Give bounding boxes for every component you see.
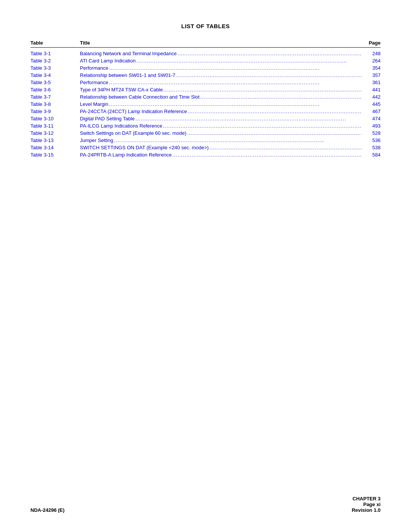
- toc-page-number: 445: [362, 101, 381, 107]
- toc-title-area: Performance ............................…: [80, 65, 362, 71]
- toc-title-text: PA-ILCG Lamp Indications Reference: [80, 123, 162, 129]
- toc-row: Table 3-7Relationship between Cable Conn…: [30, 93, 381, 101]
- toc-row: Table 3-6Type of 34PH MT24 TSW CA-x Cabl…: [30, 86, 381, 93]
- toc-page-number: 538: [362, 145, 381, 150]
- toc-page-number: 441: [362, 87, 381, 93]
- toc-title-text: Digital PAD Setting Table: [80, 116, 135, 121]
- toc-title-area: Level Margin ...........................…: [80, 101, 362, 107]
- toc-table-number[interactable]: Table 3-6: [30, 87, 80, 93]
- toc-page-number: 474: [362, 116, 381, 121]
- toc-title-area: Balancing Network and Terminal Impedance…: [80, 51, 362, 56]
- toc-table-number[interactable]: Table 3-8: [30, 101, 80, 107]
- toc-row: Table 3-14SWITCH SETTINGS ON DAT (Exampl…: [30, 144, 381, 151]
- toc-row: Table 3-11PA-ILCG Lamp Indications Refer…: [30, 122, 381, 129]
- toc-dots: ........................................…: [187, 109, 362, 114]
- toc-row: Table 3-5Performance ...................…: [30, 79, 381, 86]
- toc-title-text: Performance: [80, 80, 108, 85]
- toc-title-text: Switch Settings on DAT (Example 60 sec. …: [80, 130, 186, 136]
- toc-title-area: Jumper Setting .........................…: [80, 137, 362, 143]
- toc-table-number[interactable]: Table 3-1: [30, 51, 80, 56]
- toc-dots: ........................................…: [209, 145, 362, 150]
- toc-page-number: 584: [362, 152, 381, 158]
- table-header-row: Table Title Page: [30, 40, 381, 48]
- toc-table-number[interactable]: Table 3-5: [30, 80, 80, 85]
- toc-row: Table 3-1Balancing Network and Terminal …: [30, 50, 381, 57]
- toc-title-area: PA-24PRTB-A Lamp Indication Reference ..…: [80, 152, 362, 158]
- toc-dots: ........................................…: [108, 80, 362, 85]
- toc-title-text: Relationship between SW01-1 and SW01-7: [80, 72, 175, 78]
- toc-row: Table 3-15PA-24PRTB-A Lamp Indication Re…: [30, 151, 381, 158]
- toc-dots: ........................................…: [108, 65, 362, 71]
- toc-table-number[interactable]: Table 3-7: [30, 94, 80, 100]
- footer-revision: Revision 1.0: [352, 507, 381, 513]
- toc-row: Table 3-13Jumper Setting ...............…: [30, 137, 381, 144]
- toc-title-area: Type of 34PH MT24 TSW CA-x Cable .......…: [80, 87, 362, 93]
- header-col-page: Page: [358, 40, 381, 46]
- toc-title-area: PA-24CCTA (24CCT) Lamp Indication Refere…: [80, 109, 362, 114]
- toc-table-number[interactable]: Table 3-10: [30, 116, 80, 121]
- toc-table-number[interactable]: Table 3-2: [30, 58, 80, 64]
- footer-left: NDA-24296 (E): [30, 507, 65, 513]
- toc-table-number[interactable]: Table 3-3: [30, 65, 80, 71]
- toc-title-text: ATI Card Lamp Indication: [80, 58, 135, 64]
- toc-dots: ........................................…: [135, 58, 362, 64]
- toc-dots: ........................................…: [113, 137, 362, 143]
- page-title: LIST OF TABLES: [30, 23, 381, 29]
- toc-row: Table 3-10Digital PAD Setting Table ....…: [30, 115, 381, 122]
- header-col-title: Title: [80, 40, 358, 46]
- toc-table-number[interactable]: Table 3-4: [30, 72, 80, 78]
- toc-list: Table 3-1Balancing Network and Terminal …: [30, 50, 381, 158]
- toc-title-text: PA-24CCTA (24CCT) Lamp Indication Refere…: [80, 109, 187, 114]
- toc-row: Table 3-9PA-24CCTA (24CCT) Lamp Indicati…: [30, 108, 381, 115]
- footer-page: Page xi: [352, 502, 381, 507]
- toc-page-number: 264: [362, 58, 381, 64]
- toc-title-text: SWITCH SETTINGS ON DAT (Example <240 sec…: [80, 145, 209, 150]
- toc-page-number: 536: [362, 137, 381, 143]
- toc-dots: ........................................…: [172, 152, 362, 158]
- toc-title-area: Digital PAD Setting Table ..............…: [80, 116, 362, 121]
- toc-table-number[interactable]: Table 3-11: [30, 123, 80, 129]
- toc-row: Table 3-2ATI Card Lamp Indication ......…: [30, 57, 381, 64]
- toc-page-number: 354: [362, 65, 381, 71]
- toc-dots: ........................................…: [175, 72, 362, 78]
- toc-page-number: 528: [362, 130, 381, 136]
- page-container: LIST OF TABLES Table Title Page Table 3-…: [0, 0, 411, 532]
- toc-page-number: 467: [362, 109, 381, 114]
- footer-right: CHAPTER 3 Page xi Revision 1.0: [352, 496, 381, 513]
- toc-row: Table 3-12Switch Settings on DAT (Exampl…: [30, 129, 381, 137]
- toc-title-area: SWITCH SETTINGS ON DAT (Example <240 sec…: [80, 145, 362, 150]
- toc-table-number[interactable]: Table 3-9: [30, 109, 80, 114]
- toc-table-number[interactable]: Table 3-12: [30, 130, 80, 136]
- toc-dots: ........................................…: [108, 101, 362, 107]
- toc-dots: ........................................…: [199, 94, 362, 100]
- header-col-table: Table: [30, 40, 80, 46]
- toc-title-area: ATI Card Lamp Indication ...............…: [80, 58, 362, 64]
- toc-title-text: Balancing Network and Terminal Impedance: [80, 51, 177, 56]
- toc-page-number: 361: [362, 80, 381, 85]
- toc-title-area: Relationship between SW01-1 and SW01-7 .…: [80, 72, 362, 78]
- toc-table-number[interactable]: Table 3-13: [30, 137, 80, 143]
- toc-page-number: 493: [362, 123, 381, 129]
- toc-page-number: 442: [362, 94, 381, 100]
- toc-title-text: Level Margin: [80, 101, 108, 107]
- toc-title-text: Performance: [80, 65, 108, 71]
- toc-row: Table 3-8Level Margin ..................…: [30, 101, 381, 108]
- toc-title-area: Switch Settings on DAT (Example 60 sec. …: [80, 130, 362, 136]
- toc-title-text: PA-24PRTB-A Lamp Indication Reference: [80, 152, 172, 158]
- toc-title-text: Relationship between Cable Connection an…: [80, 94, 199, 100]
- toc-dots: ........................................…: [135, 116, 362, 121]
- toc-dots: ........................................…: [162, 123, 362, 129]
- toc-page-number: 357: [362, 72, 381, 78]
- toc-title-text: Jumper Setting: [80, 137, 113, 143]
- toc-title-area: Relationship between Cable Connection an…: [80, 94, 362, 100]
- toc-dots: ........................................…: [177, 51, 362, 56]
- toc-title-text: Type of 34PH MT24 TSW CA-x Cable: [80, 87, 163, 93]
- page-footer: NDA-24296 (E) CHAPTER 3 Page xi Revision…: [30, 496, 381, 513]
- toc-table-number[interactable]: Table 3-15: [30, 152, 80, 158]
- toc-table-number[interactable]: Table 3-14: [30, 145, 80, 150]
- footer-chapter: CHAPTER 3: [352, 496, 381, 502]
- toc-dots: ........................................…: [186, 130, 362, 136]
- toc-row: Table 3-4Relationship between SW01-1 and…: [30, 72, 381, 79]
- toc-row: Table 3-3Performance ...................…: [30, 64, 381, 72]
- toc-page-number: 248: [362, 51, 381, 56]
